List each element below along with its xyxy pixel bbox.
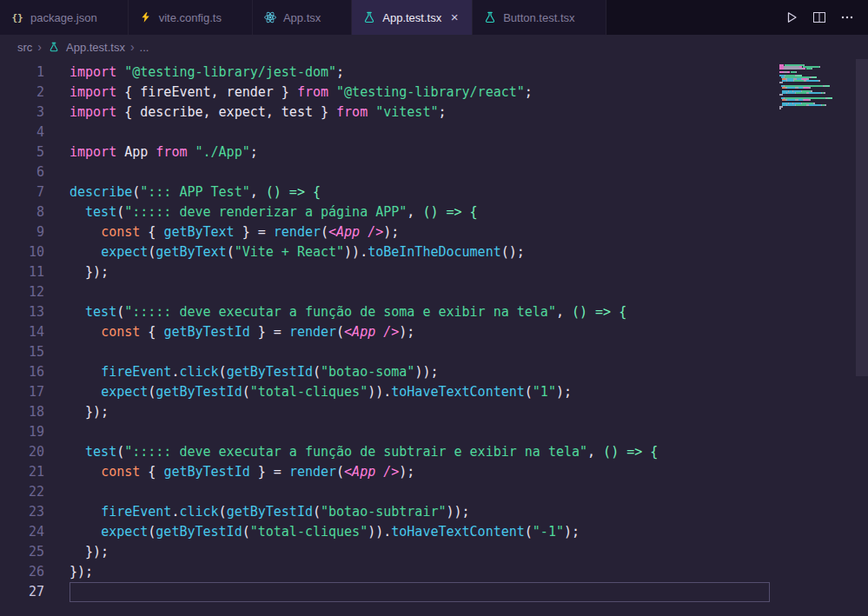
code-token: ); [556,384,572,400]
code-token: { [140,224,163,240]
code-line[interactable]: 7describe("::: APP Test", () => { [0,182,868,202]
code-token [70,324,101,340]
code-token: "1" [533,384,556,400]
scrollbar-thumb[interactable] [856,59,868,376]
line-number: 23 [0,502,44,522]
code-token: "@testing-library/jest-dom" [124,64,336,80]
split-editor-icon [812,10,826,24]
code-token [328,84,336,100]
code-text: fireEvent.click(getByTestId("botao-soma"… [70,362,438,382]
code-text: expect(getByTestId("total-cliques")).toH… [70,382,572,402]
code-line[interactable]: 6 [0,162,868,182]
code-line[interactable]: 17 expect(getByTestId("total-cliques")).… [0,382,868,402]
code-token: import [70,144,116,160]
code-token: "./App" [195,144,250,160]
code-line[interactable]: 24 expect(getByTestId("total-cliques")).… [0,522,868,542]
line-number: 27 [0,582,44,602]
code-line[interactable]: 4 [0,123,868,142]
code-token: getByTestId [163,464,249,480]
editor[interactable]: 1import "@testing-library/jest-dom";2imp… [0,59,868,616]
code-line[interactable]: 15 [0,342,868,362]
code-token: ; [336,64,344,80]
breadcrumb-item[interactable]: src [17,41,32,54]
breadcrumb-item[interactable]: ... [140,41,149,54]
tabs: {}package.json×vite.config.ts×App.tsx×Ap… [0,0,606,35]
code-token: render [289,464,336,480]
tab-label: vite.config.ts [159,11,222,24]
line-number: 3 [0,103,44,123]
chevron-right-icon: › [130,40,135,54]
code-line[interactable]: 22 [0,482,868,502]
code-line[interactable]: 5import App from "./App"; [0,142,868,162]
tab-package-json[interactable]: {}package.json× [0,0,129,35]
code-line[interactable]: 25 }); [0,542,868,562]
minimap-line [779,109,852,111]
code-token: const [101,324,140,340]
code-token: }); [70,404,109,420]
code-line[interactable]: 21 const { getByTestId } = render(<App /… [0,462,868,482]
code-text: import { describe, expect, test } from "… [70,103,447,123]
code-line[interactable]: 19 [0,422,868,442]
breadcrumb-item[interactable]: App.test.tsx [66,41,125,54]
minimap[interactable] [779,64,852,111]
code-text: }); [70,262,109,282]
code-token: <App /> [344,464,399,480]
code-token [70,224,101,240]
code-line[interactable]: 13 test("::::: deve executar a função de… [0,302,868,322]
code-line[interactable]: 20 test("::::: deve executar a função de… [0,442,868,462]
code-token [116,64,124,80]
code-line[interactable]: 11 }); [0,262,868,282]
code-token: }); [70,264,109,280]
line-number: 7 [0,182,44,202]
code-text: import "@testing-library/jest-dom"; [70,63,344,83]
code-token [70,444,85,460]
tab-label: package.json [30,11,97,24]
code-token: )) [368,524,383,540]
code-token: { [140,464,163,480]
line-number: 13 [0,302,44,322]
chevron-right-icon: › [37,40,42,54]
code-text: }); [70,562,93,582]
close-icon[interactable]: × [447,10,461,24]
tab-vite-config-ts[interactable]: vite.config.ts× [129,0,253,35]
code-line[interactable]: 23 fireEvent.click(getByTestId("botao-su… [0,502,868,522]
code-token [187,144,195,160]
line-number: 19 [0,422,44,442]
tab-button-test-tsx[interactable]: Button.test.tsx× [473,0,606,35]
code-token: getByTestId [227,364,313,380]
code-token: ( [336,324,344,340]
code-line[interactable]: 8 test("::::: deve renderizar a página A… [0,202,868,222]
code-token: describe [70,184,132,200]
split-editor-button[interactable] [807,5,832,30]
code-token: )) [368,384,383,400]
code-token: , [250,184,266,200]
code-line[interactable]: 26}); [0,562,868,582]
code-token: "Vite + React" [235,244,344,260]
code-token: getByTestId [156,384,242,400]
line-number: 16 [0,362,44,382]
code-line[interactable]: 14 const { getByTestId } = render(<App /… [0,322,868,342]
code-token: import [70,64,116,80]
code-token: "botao-subtrair" [321,504,447,520]
code-token: , [407,204,422,220]
code-line[interactable]: 3import { describe, expect, test } from … [0,103,868,123]
code-line[interactable]: 27 [0,582,868,602]
more-actions-icon [840,10,854,24]
code-line[interactable]: 9 const { getByText } = render(<App />); [0,222,868,242]
code-text: fireEvent.click(getByTestId("botao-subtr… [70,502,470,522]
more-actions-button[interactable] [835,5,859,30]
code-text: }); [70,542,109,562]
code-line[interactable]: 18 }); [0,402,868,422]
code-text: const { getByText } = render(<App />); [70,222,399,242]
line-number: 5 [0,142,44,162]
code-line[interactable]: 12 [0,282,868,302]
code-token: getByTestId [156,524,242,540]
code-line[interactable]: 10 expect(getByText("Vite + React")).toB… [0,242,868,262]
tab-app-test-tsx[interactable]: App.test.tsx× [352,0,473,35]
tab-app-tsx[interactable]: App.tsx× [253,0,352,35]
code-line[interactable]: 1import "@testing-library/jest-dom"; [0,63,868,83]
code-line[interactable]: 16 fireEvent.click(getByTestId("botao-so… [0,362,868,382]
code-line[interactable]: 2import { fireEvent, render } from "@tes… [0,83,868,103]
run-button[interactable] [779,5,804,30]
code-token: ( [219,504,227,520]
